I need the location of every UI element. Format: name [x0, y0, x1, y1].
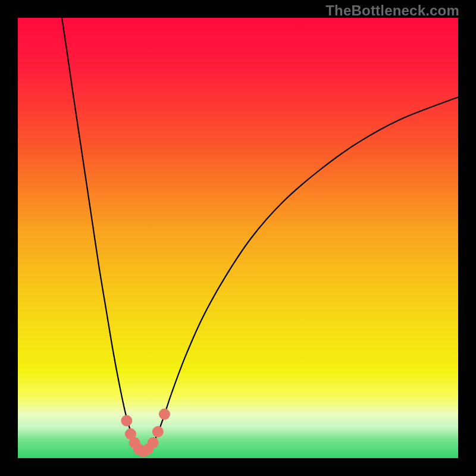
- right-branch-curve: [143, 97, 458, 452]
- valley-marker: [121, 415, 132, 426]
- chart-frame: TheBottleneck.com: [0, 0, 476, 476]
- curve-layer: [18, 18, 458, 458]
- watermark-text: TheBottleneck.com: [325, 2, 459, 19]
- plot-area: [18, 18, 458, 458]
- left-branch-curve: [62, 18, 143, 452]
- valley-marker: [148, 437, 158, 448]
- valley-marker: [159, 409, 170, 419]
- valley-marker: [152, 427, 163, 437]
- valley-markers: [121, 409, 170, 457]
